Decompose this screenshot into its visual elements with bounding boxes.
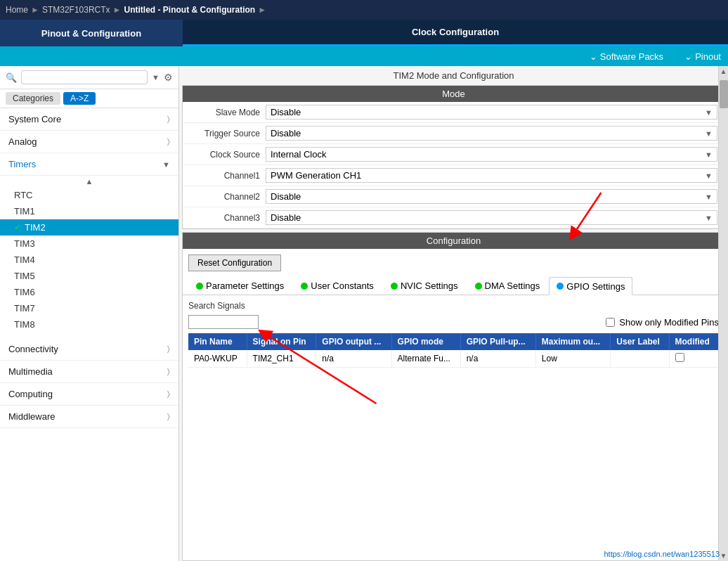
sidebar-list: System Core 〉 Analog 〉 Timers ▼ ▲ RTC	[0, 108, 178, 561]
pinout-item[interactable]: ⌄ Pinout	[684, 51, 721, 62]
gpio-table: Pin Name Signal on Pin GPIO output ... G…	[188, 333, 719, 368]
scroll-up-arrow[interactable]: ▲	[719, 66, 728, 77]
timer-item-rtc[interactable]: RTC	[0, 187, 178, 203]
timer-item-tim3[interactable]: TIM3	[0, 236, 178, 252]
timer-item-tim5[interactable]: TIM5	[0, 268, 178, 284]
table-header-row: Pin Name Signal on Pin GPIO output ... G…	[188, 333, 719, 350]
timer-item-tim4[interactable]: TIM4	[0, 252, 178, 268]
ch2-select[interactable]: Disable ▼	[266, 189, 717, 204]
mode-row-slave: Slave Mode Disable ▼	[183, 102, 724, 123]
sidebar-item-label: System Core	[8, 114, 61, 124]
tab-az[interactable]: A->Z	[63, 92, 96, 105]
timer-item-tim2[interactable]: ✓ TIM2	[0, 219, 178, 236]
chevron-down-icon: ▼	[162, 160, 170, 169]
dot-icon-param	[196, 283, 203, 290]
timer-item-tim8[interactable]: TIM8	[0, 316, 178, 333]
chevron-right-icon-mw: 〉	[167, 412, 170, 421]
ch3-value: Disable	[271, 212, 301, 223]
sub-header: ⌄ Software Packs ⌄ Pinout	[0, 46, 728, 66]
pinout-config-label: Pinout & Configuration	[41, 28, 141, 39]
show-modified-label: Show only Modified Pins	[619, 317, 719, 328]
table-row[interactable]: PA0-WKUP TIM2_CH1 n/a Alternate Fu... n/…	[188, 350, 719, 368]
timer-item-tim6[interactable]: TIM6	[0, 284, 178, 300]
tab-user-label: User Constants	[311, 280, 374, 291]
chevron-right-icon: 〉	[167, 115, 170, 124]
software-packs-label: Software Packs	[600, 51, 663, 62]
rtc-label: RTC	[14, 190, 32, 200]
chevron-right-icon-comp: 〉	[167, 389, 170, 399]
ch1-label: Channel1	[190, 171, 260, 181]
dot-icon-gpio	[557, 283, 564, 290]
chevron-right-icon-mm: 〉	[167, 367, 170, 376]
ch2-chevron: ▼	[705, 193, 713, 201]
sidebar-item-middleware[interactable]: Middleware 〉	[0, 406, 178, 428]
cell-gpio-pullup: n/a	[460, 350, 535, 368]
cell-pin-name: PA0-WKUP	[188, 350, 247, 368]
tab-nvic-settings[interactable]: NVIC Settings	[383, 277, 466, 295]
sidebar-tabs: Categories A->Z	[0, 89, 178, 108]
sidebar-item-label: Multimedia	[8, 366, 53, 377]
tim5-label: TIM5	[14, 271, 35, 281]
tab-categories[interactable]: Categories	[6, 92, 60, 105]
col-gpio-pullup[interactable]: GPIO Pull-up...	[460, 333, 535, 350]
sidebar-item-connectivity[interactable]: Connectivity 〉	[0, 338, 178, 361]
breadcrumb-chip[interactable]: STM32F103RCTx	[42, 5, 110, 15]
scroll-thumb[interactable]	[720, 80, 728, 108]
config-tabs: Parameter Settings User Constants NVIC S…	[183, 277, 724, 295]
show-modified-checkbox[interactable]	[606, 318, 615, 327]
timer-list: ▲ RTC TIM1 ✓ TIM2 TIM3 TIM4	[0, 176, 178, 338]
tab-user-constants[interactable]: User Constants	[293, 277, 382, 295]
right-scrollbar[interactable]: ▲ ▼	[718, 66, 728, 561]
search-signals-input[interactable]	[188, 315, 259, 329]
sidebar-item-multimedia[interactable]: Multimedia 〉	[0, 361, 178, 383]
ch3-select[interactable]: Disable ▼	[266, 210, 717, 225]
reset-configuration-button[interactable]: Reset Configuration	[188, 254, 281, 271]
gear-icon[interactable]: ⚙	[164, 72, 173, 83]
ch1-chevron: ▼	[705, 172, 713, 180]
search-input[interactable]	[21, 70, 148, 84]
pinout-config-tab[interactable]: Pinout & Configuration	[0, 20, 183, 46]
breadcrumb-home[interactable]: Home	[6, 5, 28, 15]
content-wrapper: TIM2 Mode and Configuration Mode Slave M…	[179, 66, 728, 561]
col-max-output[interactable]: Maximum ou...	[535, 333, 611, 350]
col-signal[interactable]: Signal on Pin	[247, 333, 316, 350]
slave-mode-select[interactable]: Disable ▼	[266, 105, 717, 120]
col-modified[interactable]: Modified	[669, 333, 718, 350]
col-gpio-mode[interactable]: GPIO mode	[391, 333, 460, 350]
clock-config-tab[interactable]: Clock Configuration	[183, 20, 728, 46]
ch1-select[interactable]: PWM Generation CH1 ▼	[266, 168, 717, 183]
breadcrumb-current: Untitled - Pinout & Configuration	[124, 5, 256, 15]
sidebar-item-label: Connectivity	[8, 344, 58, 354]
tab-parameter-settings[interactable]: Parameter Settings	[188, 277, 292, 295]
sidebar-item-timers[interactable]: Timers ▼	[0, 153, 178, 176]
breadcrumb-sep-1: ►	[31, 5, 39, 15]
content-area: TIM2 Mode and Configuration Mode Slave M…	[179, 66, 728, 561]
sidebar-item-system-core[interactable]: System Core 〉	[0, 108, 178, 131]
mode-section-header: Mode	[183, 86, 724, 102]
col-gpio-output[interactable]: GPIO output ...	[316, 333, 391, 350]
scroll-down-arrow[interactable]: ▼	[719, 550, 728, 561]
tab-gpio-settings[interactable]: GPIO Settings	[549, 277, 632, 295]
ch2-value: Disable	[271, 191, 301, 202]
col-pin-name[interactable]: Pin Name	[188, 333, 247, 350]
mode-row-ch1: Channel1 PWM Generation CH1 ▼	[183, 165, 724, 186]
sidebar-item-label: Middleware	[8, 411, 55, 422]
footer-url: https://blog.csdn.net/wan1235513	[604, 550, 720, 558]
trigger-select[interactable]: Disable ▼	[266, 126, 717, 141]
slave-mode-value: Disable	[271, 107, 301, 117]
clock-source-select[interactable]: Internal Clock ▼	[266, 147, 717, 162]
timer-scroll-up[interactable]: ▲	[0, 176, 178, 187]
cell-max-output: Low	[535, 350, 611, 368]
modified-checkbox[interactable]	[675, 353, 684, 362]
software-packs-item[interactable]: ⌄ Software Packs	[590, 51, 663, 62]
timer-item-tim7[interactable]: TIM7	[0, 300, 178, 316]
chevron-right-icon-conn: 〉	[167, 344, 170, 354]
timer-item-tim1[interactable]: TIM1	[0, 203, 178, 219]
tab-dma-settings[interactable]: DMA Settings	[467, 277, 548, 295]
tim1-label: TIM1	[14, 206, 35, 217]
sidebar-item-computing[interactable]: Computing 〉	[0, 383, 178, 406]
tab-dma-label: DMA Settings	[485, 280, 540, 291]
col-user-label[interactable]: User Label	[611, 333, 669, 350]
sidebar-item-analog[interactable]: Analog 〉	[0, 131, 178, 153]
pinout-label: Pinout	[695, 51, 721, 62]
